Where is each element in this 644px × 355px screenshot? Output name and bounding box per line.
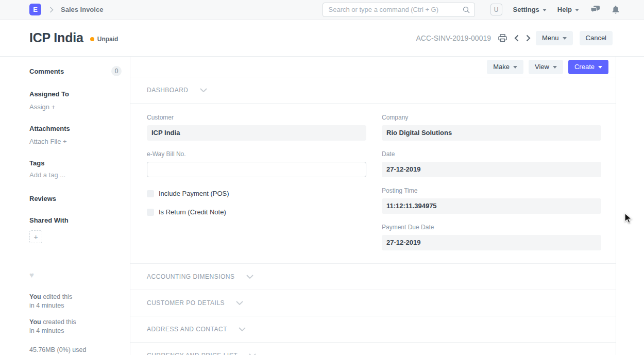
section-title: CUSTOMER PO DETAILS [147, 299, 225, 307]
customer-value[interactable]: ICP India [147, 125, 366, 141]
settings-menu[interactable]: Settings [513, 6, 547, 13]
create-button[interactable]: Create [568, 60, 608, 74]
section-dashboard-title: DASHBOARD [147, 87, 189, 94]
menu-button[interactable]: Menu [536, 31, 573, 45]
is-return-label: Is Return (Credit Note) [159, 208, 226, 216]
section-title: ADDRESS AND CONTACT [147, 326, 227, 333]
storage-usage: 45.76MB (0%) used [29, 346, 122, 353]
payment-due-date-label: Payment Due Date [382, 224, 601, 231]
chevron-down-icon [200, 88, 207, 92]
chat-icon[interactable] [591, 6, 600, 13]
assign-button[interactable]: Assign + [29, 103, 122, 111]
chevron-down-icon [236, 301, 243, 305]
field-payment-due-date: Payment Due Date 27-12-2019 [382, 224, 601, 250]
activity-who: You [29, 293, 41, 300]
help-menu[interactable]: Help [557, 6, 579, 13]
page-title: ICP India [29, 30, 83, 45]
attach-file-button[interactable]: Attach File + [29, 138, 122, 145]
activity-edited: You edited this in 4 minutes [29, 293, 122, 310]
payment-due-date-value[interactable]: 27-12-2019 [382, 235, 601, 250]
activity-action: created this [41, 318, 76, 326]
section-dashboard[interactable]: DASHBOARD [130, 77, 616, 104]
field-posting-time: Posting Time 11:12:11.394975 [382, 187, 601, 214]
cancel-button[interactable]: Cancel [580, 31, 613, 45]
posting-time-label: Posting Time [382, 187, 601, 194]
sidebar-item-comments[interactable]: Comments 0 [29, 66, 122, 76]
app-root: E Sales Invoice U Settings Help [0, 0, 644, 355]
search-input[interactable] [323, 3, 475, 17]
mouse-cursor [624, 213, 633, 224]
is-return-checkbox-row[interactable]: Is Return (Credit Note) [147, 208, 366, 216]
comments-count-badge: 0 [111, 66, 122, 76]
activity-created: You created this in 4 minutes [29, 318, 122, 335]
navbar-right: U Settings Help [323, 3, 619, 17]
checkbox-unchecked-icon[interactable] [147, 209, 154, 216]
menu-button-label: Menu [542, 34, 559, 42]
section-currency-and-price-list[interactable]: CURRENCY AND PRICE LIST [130, 343, 616, 355]
breadcrumb[interactable]: Sales Invoice [61, 6, 103, 13]
header-actions: ACC-SINV-2019-00019 Menu Cancel [416, 31, 613, 45]
eway-bill-input[interactable] [147, 162, 366, 177]
field-customer: Customer ICP India [147, 114, 366, 141]
page-header: ICP India Unpaid ACC-SINV-2019-00019 Men [0, 20, 644, 57]
form-section-main: Customer ICP India e-Way Bill No. Includ… [130, 104, 616, 264]
view-button-label: View [535, 63, 549, 71]
app-logo[interactable]: E [29, 4, 41, 15]
activity-when: in 4 minutes [29, 302, 64, 309]
chevron-down-icon [598, 66, 602, 69]
activity-when: in 4 minutes [29, 327, 64, 334]
field-date: Date 27-12-2019 [382, 150, 601, 177]
global-search [323, 3, 475, 17]
status-dot-icon [90, 37, 94, 41]
comments-label: Comments [29, 67, 64, 75]
search-icon[interactable] [462, 6, 470, 16]
chevron-down-icon [543, 9, 547, 11]
eway-bill-label: e-Way Bill No. [147, 150, 366, 158]
breadcrumb-chevron-icon [49, 7, 54, 13]
section-accounting-dimensions[interactable]: ACCOUNTING DIMENSIONS [130, 264, 616, 290]
section-customer-po-details[interactable]: CUSTOMER PO DETAILS [130, 290, 616, 316]
status-indicator: Unpaid [90, 36, 118, 43]
activity-who: You [29, 318, 41, 326]
add-share-button[interactable]: + [29, 230, 42, 243]
make-button[interactable]: Make [487, 60, 523, 74]
print-icon[interactable] [498, 34, 507, 42]
tags-heading: Tags [29, 159, 122, 167]
plus-icon: + [52, 103, 56, 111]
field-company: Company Rio Digital Solutions [382, 114, 601, 141]
user-avatar[interactable]: U [490, 4, 502, 15]
prev-document-icon[interactable] [514, 35, 519, 42]
chevron-down-icon [575, 9, 579, 11]
posting-time-value[interactable]: 11:12:11.394975 [382, 198, 601, 214]
date-value[interactable]: 27-12-2019 [382, 162, 601, 177]
notifications-bell-icon[interactable] [612, 6, 619, 14]
page-body: Comments 0 Assigned To Assign + Attachme… [0, 57, 644, 355]
assign-label: Assign [29, 103, 49, 111]
settings-label: Settings [513, 6, 539, 13]
add-tag-input[interactable]: Add a tag ... [29, 171, 122, 179]
next-document-icon[interactable] [526, 35, 531, 42]
navbar: E Sales Invoice U Settings Help [0, 0, 644, 20]
attach-file-label: Attach File [29, 138, 61, 145]
shared-with-heading: Shared With [29, 216, 122, 224]
form-column-left: Customer ICP India e-Way Bill No. Includ… [147, 114, 366, 260]
like-heart-icon[interactable]: ♥ [29, 271, 122, 279]
section-address-and-contact[interactable]: ADDRESS AND CONTACT [130, 316, 616, 343]
plus-icon: + [63, 138, 67, 145]
document-id[interactable]: ACC-SINV-2019-00019 [416, 34, 491, 42]
chevron-down-icon [563, 37, 567, 40]
include-payment-label: Include Payment (POS) [159, 190, 229, 197]
date-label: Date [382, 150, 601, 158]
company-value[interactable]: Rio Digital Solutions [382, 125, 601, 141]
section-title: ACCOUNTING DIMENSIONS [147, 273, 235, 280]
form-column-right: Company Rio Digital Solutions Date 27-12… [382, 114, 601, 260]
make-button-label: Make [493, 63, 510, 71]
include-payment-checkbox-row[interactable]: Include Payment (POS) [147, 190, 366, 197]
right-gutter [616, 57, 644, 355]
reviews-heading: Reviews [29, 195, 122, 202]
status-badge: Unpaid [97, 36, 118, 43]
checkbox-unchecked-icon[interactable] [147, 190, 154, 197]
view-button[interactable]: View [529, 60, 563, 74]
cancel-button-label: Cancel [586, 34, 606, 42]
main-content: Make View Create DASHBOARD [130, 57, 616, 355]
